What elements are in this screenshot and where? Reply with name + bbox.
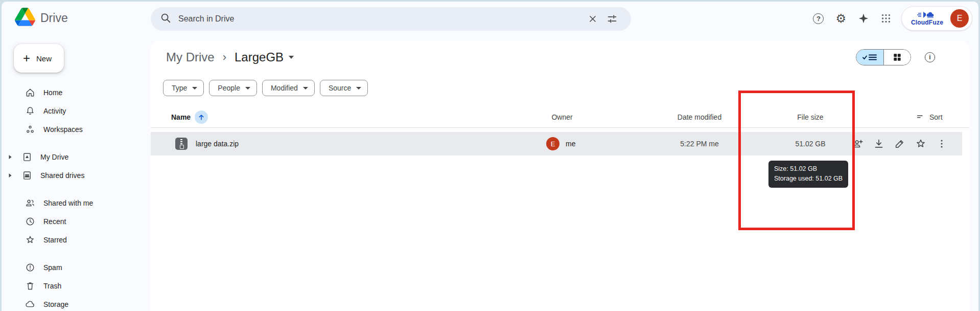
chevron-down-icon	[356, 87, 361, 90]
file-name[interactable]: large data.zip	[196, 132, 239, 156]
sort-lines-icon	[916, 113, 924, 121]
owner-avatar: E	[546, 137, 559, 150]
column-header-name[interactable]: Name	[171, 107, 208, 127]
gemini-sparkle-icon[interactable]	[852, 7, 875, 30]
date-modified-value: 5:22 PM me	[659, 132, 740, 156]
trash-icon	[25, 281, 35, 291]
topbar-actions: ? ⚙	[807, 6, 972, 31]
search-bar[interactable]	[151, 7, 631, 31]
column-header-date-modified[interactable]: Date modified	[659, 107, 740, 127]
shared-with-me-icon	[25, 198, 35, 208]
help-icon[interactable]: ?	[807, 7, 830, 30]
owner-name: me	[566, 140, 575, 148]
main-panel: My Drive › LargeGB	[151, 41, 969, 311]
bell-icon	[25, 106, 35, 116]
cloudfuze-logo-icon	[912, 11, 942, 19]
row-actions	[852, 132, 948, 156]
brand-name: Drive	[40, 11, 68, 25]
cloud-icon	[25, 299, 35, 309]
tooltip-storage-line: Storage used: 51.02 GB	[774, 174, 843, 184]
sidebar-item-my-drive[interactable]: My Drive	[2, 148, 147, 166]
column-header-owner[interactable]: Owner	[521, 107, 603, 127]
chevron-down-icon	[192, 87, 197, 90]
search-input[interactable]	[178, 14, 583, 24]
sort-ascending-icon[interactable]	[195, 110, 208, 124]
sidebar-nav: Home Activity Workspaces	[2, 83, 147, 311]
star-icon	[25, 235, 35, 245]
home-icon	[25, 87, 35, 98]
my-drive-icon	[22, 152, 32, 162]
breadcrumb-current-folder[interactable]: LargeGB	[231, 49, 297, 65]
drive-logo-block[interactable]: Drive	[2, 8, 151, 28]
zip-file-icon	[175, 138, 188, 150]
details-info-icon[interactable]: i	[921, 49, 939, 66]
account-avatar[interactable]: E	[950, 9, 969, 28]
rename-pencil-icon[interactable]	[894, 138, 906, 150]
more-options-icon[interactable]	[936, 138, 948, 150]
folder-menu-caret-icon	[289, 56, 294, 59]
drive-logo-icon	[15, 8, 35, 28]
sidebar-item-activity[interactable]: Activity	[2, 102, 147, 120]
table-header: Name Owner Date modified File size Sort	[151, 107, 969, 128]
drive-window: Drive ?	[2, 2, 978, 311]
sidebar-item-trash[interactable]: Trash	[2, 277, 147, 295]
sidebar-item-storage[interactable]: Storage	[2, 295, 147, 311]
apps-grid-icon[interactable]	[875, 7, 897, 30]
filter-chip-modified[interactable]: Modified	[262, 80, 315, 96]
search-icon[interactable]	[160, 12, 171, 26]
star-toggle-icon[interactable]	[915, 138, 927, 150]
column-header-file-size[interactable]: File size	[769, 107, 851, 127]
settings-gear-icon[interactable]: ⚙	[830, 7, 852, 30]
search-options-icon[interactable]	[602, 9, 622, 29]
account-pill: CloudFuze E	[901, 6, 972, 31]
sidebar-item-spam[interactable]: Spam	[2, 258, 147, 277]
breadcrumb-my-drive[interactable]: My Drive	[163, 49, 218, 65]
filter-chip-type[interactable]: Type	[163, 80, 204, 96]
chevron-down-icon	[245, 87, 250, 90]
share-person-add-icon[interactable]	[852, 138, 864, 150]
view-toggle	[856, 49, 911, 65]
sort-button[interactable]: Sort	[916, 107, 943, 127]
tooltip-size-line: Size: 51.02 GB	[774, 164, 843, 174]
workspaces-icon	[25, 124, 35, 135]
filter-chip-source[interactable]: Source	[320, 80, 368, 96]
expand-caret-icon[interactable]	[8, 154, 15, 160]
list-view-button[interactable]	[856, 50, 883, 65]
expand-caret-icon[interactable]	[8, 173, 15, 178]
sidebar-item-shared-with-me[interactable]: Shared with me	[2, 194, 147, 212]
sidebar-item-shared-drives[interactable]: Shared drives	[2, 166, 147, 185]
sidebar-item-home[interactable]: Home	[2, 83, 147, 102]
table-row[interactable]: large data.zip E me 5:22 PM me 51.02 GB	[151, 132, 962, 156]
sidebar-item-starred[interactable]: Starred	[2, 231, 147, 249]
chevron-down-icon	[303, 87, 308, 90]
plus-icon: +	[23, 52, 30, 64]
clear-search-icon[interactable]	[583, 9, 602, 29]
spam-icon	[25, 262, 35, 273]
download-icon[interactable]	[873, 138, 885, 150]
file-size-tooltip: Size: 51.02 GB Storage used: 51.02 GB	[768, 161, 848, 188]
breadcrumb: My Drive › LargeGB	[151, 46, 969, 69]
sidebar-item-recent[interactable]: Recent	[2, 212, 147, 231]
clock-icon	[25, 216, 35, 227]
shared-drives-icon	[22, 170, 32, 181]
new-button[interactable]: + New	[14, 44, 64, 73]
filter-chips: Type People Modified Source	[163, 80, 368, 96]
breadcrumb-chevron-icon: ›	[223, 51, 226, 64]
grid-view-button[interactable]	[883, 50, 911, 65]
filter-chip-people[interactable]: People	[209, 80, 257, 96]
top-bar: Drive ?	[2, 2, 978, 34]
sidebar: + New Home Activity	[2, 34, 151, 311]
file-size-value: 51.02 GB	[769, 132, 851, 156]
sidebar-item-workspaces[interactable]: Workspaces	[2, 120, 147, 139]
cloudfuze-extension-badge[interactable]: CloudFuze	[911, 11, 943, 26]
